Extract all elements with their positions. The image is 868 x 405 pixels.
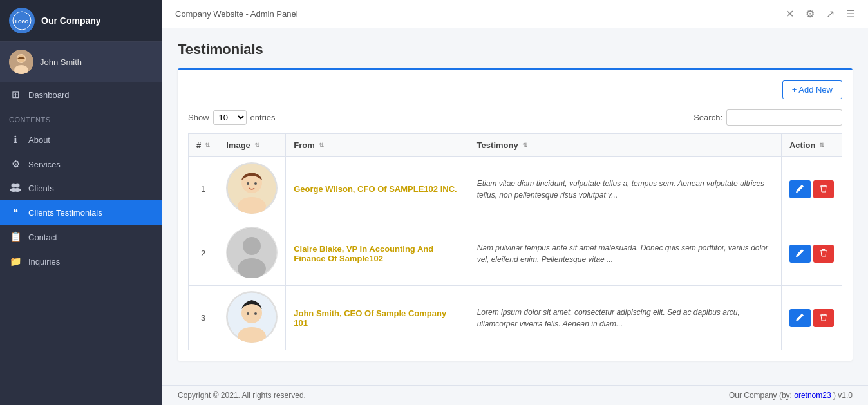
delete-button[interactable] <box>813 180 834 198</box>
svg-point-13 <box>247 182 249 185</box>
footer: Copyright © 2021. All rights reserved. O… <box>162 385 868 405</box>
footer-right: Our Company (by: oretnom23 ) v1.0 <box>729 391 853 400</box>
quote-icon: ❝ <box>9 207 22 218</box>
svg-point-22 <box>254 312 257 315</box>
svg-point-17 <box>238 258 266 278</box>
col-num: # ⇅ <box>189 134 218 157</box>
sidebar-item-inquiries[interactable]: 📁 Inquiries <box>0 249 162 274</box>
svg-point-9 <box>14 188 21 192</box>
footer-author-link[interactable]: oretnom23 <box>794 391 831 400</box>
sidebar-item-services[interactable]: ⚙ Services <box>0 152 162 176</box>
card-toolbar: + Add New <box>188 80 842 99</box>
sidebar-item-label: Clients Testimonials <box>28 208 102 218</box>
table-row: 1 George Wilson, CFO Of SAMPLE102 INC. E… <box>189 157 842 221</box>
row-image <box>218 221 286 286</box>
row-action <box>781 286 842 350</box>
topbar-title: Company Website - Admin Panel <box>175 9 298 19</box>
row-testimony: Nam pulvinar tempus ante sit amet malesu… <box>469 221 781 286</box>
entries-select[interactable]: 10 25 50 100 <box>213 110 247 125</box>
brand-name: Our Company <box>41 15 101 26</box>
sidebar: LOGO Our Company John Smith ⊞ Dashboard … <box>0 0 162 405</box>
row-image <box>218 157 286 221</box>
col-from: From ⇅ <box>286 134 469 157</box>
edit-button[interactable] <box>789 180 811 198</box>
inquiries-icon: 📁 <box>9 256 22 267</box>
sort-icon: ⇅ <box>819 142 824 149</box>
topbar: Company Website - Admin Panel ✕ ⚙ ↗ ☰ <box>162 0 868 28</box>
footer-copyright: Copyright © 2021. All rights reserved. <box>178 391 306 400</box>
main-area: Company Website - Admin Panel ✕ ⚙ ↗ ☰ Te… <box>162 0 868 405</box>
row-image <box>218 286 286 350</box>
sidebar-user: John Smith <box>0 42 162 82</box>
testimonials-table: # ⇅ Image ⇅ From <box>188 133 842 350</box>
sidebar-item-label: About <box>28 135 50 145</box>
row-action <box>781 157 842 221</box>
menu-icon[interactable]: ☰ <box>846 8 855 20</box>
table-controls: Show 10 25 50 100 entries Search: <box>188 109 842 126</box>
content-area: Testimonials + Add New Show 10 25 50 100… <box>162 28 868 385</box>
page-title: Testimonials <box>178 41 853 58</box>
sidebar-brand: LOGO Our Company <box>0 0 162 42</box>
col-testimony: Testimony ⇅ <box>469 134 781 157</box>
sidebar-item-contact[interactable]: 📋 Contact <box>0 225 162 249</box>
external-link-icon[interactable]: ↗ <box>826 8 835 20</box>
svg-point-14 <box>254 182 257 185</box>
sidebar-item-clients-testimonials[interactable]: ❝ Clients Testimonials <box>0 200 162 225</box>
contact-icon: 📋 <box>9 231 22 243</box>
sidebar-item-label: Inquiries <box>28 257 60 267</box>
sidebar-section-label: Contents <box>0 107 162 127</box>
row-from: John Smith, CEO Of Sample Company 101 <box>286 286 469 350</box>
user-name: John Smith <box>40 57 82 67</box>
sort-icon: ⇅ <box>319 142 324 149</box>
add-new-button[interactable]: + Add New <box>782 80 842 99</box>
dashboard-icon: ⊞ <box>9 89 22 100</box>
sidebar-item-label: Contact <box>28 232 57 242</box>
brand-logo: LOGO <box>9 8 35 33</box>
sort-icon: ⇅ <box>254 142 259 149</box>
sidebar-item-label: Services <box>28 160 61 169</box>
close-icon[interactable]: ✕ <box>786 8 794 20</box>
topbar-icons: ✕ ⚙ ↗ ☰ <box>786 8 855 20</box>
sidebar-item-dashboard[interactable]: ⊞ Dashboard <box>0 82 162 107</box>
settings-icon[interactable]: ⚙ <box>806 8 815 20</box>
avatar-img <box>226 291 278 343</box>
delete-button[interactable] <box>813 309 834 327</box>
col-image: Image ⇅ <box>218 134 286 157</box>
avatar-img <box>226 162 278 214</box>
search-input[interactable] <box>726 109 842 126</box>
row-action <box>781 221 842 286</box>
gear-icon: ⚙ <box>9 158 22 170</box>
entries-label: entries <box>250 113 276 122</box>
avatar <box>9 50 33 74</box>
edit-button[interactable] <box>789 245 811 263</box>
show-label: Show <box>188 113 209 122</box>
sort-icon: ⇅ <box>205 142 210 149</box>
sidebar-item-label: Dashboard <box>28 90 70 100</box>
row-num: 3 <box>189 286 218 350</box>
svg-point-7 <box>15 184 20 188</box>
svg-point-6 <box>12 184 16 188</box>
sidebar-item-label: Clients <box>28 184 54 193</box>
search-label: Search: <box>693 113 722 122</box>
show-entries-control: Show 10 25 50 100 entries <box>188 110 276 125</box>
svg-point-16 <box>243 237 261 255</box>
row-testimony: Etiam vitae diam tincidunt, vulputate te… <box>469 157 781 221</box>
row-from: George Wilson, CFO Of SAMPLE102 INC. <box>286 157 469 221</box>
row-num: 1 <box>189 157 218 221</box>
svg-point-21 <box>247 312 249 315</box>
clients-icon <box>9 183 22 194</box>
search-box: Search: <box>693 109 842 126</box>
avatar-img <box>226 227 278 278</box>
row-testimony: Lorem ipsum dolor sit amet, consectetur … <box>469 286 781 350</box>
edit-button[interactable] <box>789 309 811 327</box>
sidebar-item-clients[interactable]: Clients <box>0 176 162 200</box>
table-row: 2 Claire Blake, VP In Accounting And Fin… <box>189 221 842 286</box>
info-icon: ℹ <box>9 134 22 146</box>
delete-button[interactable] <box>813 245 834 263</box>
table-row: 3 John Smith, CEO Of Sample Company 101 … <box>189 286 842 350</box>
main-card: + Add New Show 10 25 50 100 entries Sear… <box>178 68 853 361</box>
svg-text:LOGO: LOGO <box>15 19 29 24</box>
row-num: 2 <box>189 221 218 286</box>
col-action: Action ⇅ <box>781 134 842 157</box>
sidebar-item-about[interactable]: ℹ About <box>0 127 162 152</box>
